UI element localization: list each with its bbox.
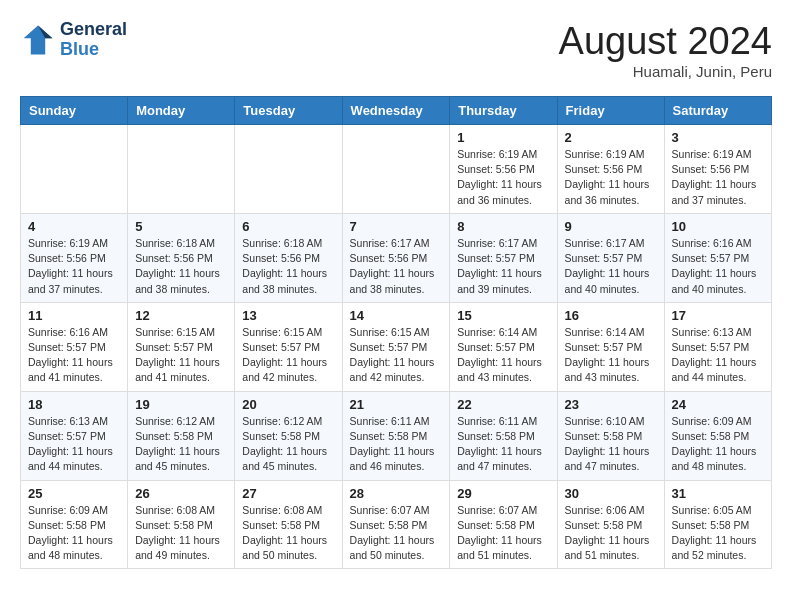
- page-header: General Blue August 2024 Huamali, Junin,…: [20, 20, 772, 80]
- day-number: 5: [135, 219, 227, 234]
- day-info: Sunrise: 6:16 AM Sunset: 5:57 PM Dayligh…: [672, 236, 764, 297]
- logo-text: General Blue: [60, 20, 127, 60]
- day-number: 28: [350, 486, 443, 501]
- day-cell: [235, 125, 342, 214]
- day-info: Sunrise: 6:18 AM Sunset: 5:56 PM Dayligh…: [135, 236, 227, 297]
- week-row-3: 11Sunrise: 6:16 AM Sunset: 5:57 PM Dayli…: [21, 302, 772, 391]
- day-info: Sunrise: 6:07 AM Sunset: 5:58 PM Dayligh…: [457, 503, 549, 564]
- day-number: 4: [28, 219, 120, 234]
- day-cell: 14Sunrise: 6:15 AM Sunset: 5:57 PM Dayli…: [342, 302, 450, 391]
- logo: General Blue: [20, 20, 127, 60]
- day-info: Sunrise: 6:10 AM Sunset: 5:58 PM Dayligh…: [565, 414, 657, 475]
- calendar-table: SundayMondayTuesdayWednesdayThursdayFrid…: [20, 96, 772, 569]
- day-number: 12: [135, 308, 227, 323]
- day-info: Sunrise: 6:16 AM Sunset: 5:57 PM Dayligh…: [28, 325, 120, 386]
- day-info: Sunrise: 6:06 AM Sunset: 5:58 PM Dayligh…: [565, 503, 657, 564]
- day-number: 20: [242, 397, 334, 412]
- weekday-header-row: SundayMondayTuesdayWednesdayThursdayFrid…: [21, 97, 772, 125]
- day-info: Sunrise: 6:05 AM Sunset: 5:58 PM Dayligh…: [672, 503, 764, 564]
- day-cell: 20Sunrise: 6:12 AM Sunset: 5:58 PM Dayli…: [235, 391, 342, 480]
- day-number: 6: [242, 219, 334, 234]
- weekday-header-sunday: Sunday: [21, 97, 128, 125]
- month-title: August 2024: [559, 20, 772, 63]
- day-number: 29: [457, 486, 549, 501]
- day-cell: 22Sunrise: 6:11 AM Sunset: 5:58 PM Dayli…: [450, 391, 557, 480]
- day-cell: 2Sunrise: 6:19 AM Sunset: 5:56 PM Daylig…: [557, 125, 664, 214]
- day-number: 14: [350, 308, 443, 323]
- day-info: Sunrise: 6:11 AM Sunset: 5:58 PM Dayligh…: [350, 414, 443, 475]
- day-cell: 16Sunrise: 6:14 AM Sunset: 5:57 PM Dayli…: [557, 302, 664, 391]
- day-cell: 21Sunrise: 6:11 AM Sunset: 5:58 PM Dayli…: [342, 391, 450, 480]
- weekday-header-saturday: Saturday: [664, 97, 771, 125]
- day-number: 7: [350, 219, 443, 234]
- day-cell: 23Sunrise: 6:10 AM Sunset: 5:58 PM Dayli…: [557, 391, 664, 480]
- day-info: Sunrise: 6:14 AM Sunset: 5:57 PM Dayligh…: [565, 325, 657, 386]
- day-cell: 18Sunrise: 6:13 AM Sunset: 5:57 PM Dayli…: [21, 391, 128, 480]
- day-cell: 30Sunrise: 6:06 AM Sunset: 5:58 PM Dayli…: [557, 480, 664, 569]
- day-info: Sunrise: 6:17 AM Sunset: 5:57 PM Dayligh…: [565, 236, 657, 297]
- weekday-header-friday: Friday: [557, 97, 664, 125]
- day-cell: 6Sunrise: 6:18 AM Sunset: 5:56 PM Daylig…: [235, 213, 342, 302]
- day-cell: 15Sunrise: 6:14 AM Sunset: 5:57 PM Dayli…: [450, 302, 557, 391]
- day-cell: 8Sunrise: 6:17 AM Sunset: 5:57 PM Daylig…: [450, 213, 557, 302]
- day-cell: 10Sunrise: 6:16 AM Sunset: 5:57 PM Dayli…: [664, 213, 771, 302]
- day-info: Sunrise: 6:19 AM Sunset: 5:56 PM Dayligh…: [28, 236, 120, 297]
- day-info: Sunrise: 6:12 AM Sunset: 5:58 PM Dayligh…: [242, 414, 334, 475]
- day-number: 26: [135, 486, 227, 501]
- day-number: 16: [565, 308, 657, 323]
- day-number: 23: [565, 397, 657, 412]
- day-cell: 29Sunrise: 6:07 AM Sunset: 5:58 PM Dayli…: [450, 480, 557, 569]
- day-number: 9: [565, 219, 657, 234]
- day-cell: [342, 125, 450, 214]
- day-cell: 4Sunrise: 6:19 AM Sunset: 5:56 PM Daylig…: [21, 213, 128, 302]
- location-subtitle: Huamali, Junin, Peru: [559, 63, 772, 80]
- week-row-4: 18Sunrise: 6:13 AM Sunset: 5:57 PM Dayli…: [21, 391, 772, 480]
- day-info: Sunrise: 6:15 AM Sunset: 5:57 PM Dayligh…: [350, 325, 443, 386]
- day-info: Sunrise: 6:13 AM Sunset: 5:57 PM Dayligh…: [672, 325, 764, 386]
- day-number: 27: [242, 486, 334, 501]
- day-number: 15: [457, 308, 549, 323]
- day-info: Sunrise: 6:19 AM Sunset: 5:56 PM Dayligh…: [672, 147, 764, 208]
- day-info: Sunrise: 6:09 AM Sunset: 5:58 PM Dayligh…: [672, 414, 764, 475]
- day-info: Sunrise: 6:08 AM Sunset: 5:58 PM Dayligh…: [242, 503, 334, 564]
- weekday-header-monday: Monday: [128, 97, 235, 125]
- day-number: 11: [28, 308, 120, 323]
- day-cell: 28Sunrise: 6:07 AM Sunset: 5:58 PM Dayli…: [342, 480, 450, 569]
- day-cell: 9Sunrise: 6:17 AM Sunset: 5:57 PM Daylig…: [557, 213, 664, 302]
- day-cell: 3Sunrise: 6:19 AM Sunset: 5:56 PM Daylig…: [664, 125, 771, 214]
- day-cell: 25Sunrise: 6:09 AM Sunset: 5:58 PM Dayli…: [21, 480, 128, 569]
- day-cell: 19Sunrise: 6:12 AM Sunset: 5:58 PM Dayli…: [128, 391, 235, 480]
- day-cell: [21, 125, 128, 214]
- day-info: Sunrise: 6:11 AM Sunset: 5:58 PM Dayligh…: [457, 414, 549, 475]
- day-number: 24: [672, 397, 764, 412]
- week-row-1: 1Sunrise: 6:19 AM Sunset: 5:56 PM Daylig…: [21, 125, 772, 214]
- weekday-header-wednesday: Wednesday: [342, 97, 450, 125]
- day-cell: 27Sunrise: 6:08 AM Sunset: 5:58 PM Dayli…: [235, 480, 342, 569]
- day-info: Sunrise: 6:19 AM Sunset: 5:56 PM Dayligh…: [457, 147, 549, 208]
- day-info: Sunrise: 6:08 AM Sunset: 5:58 PM Dayligh…: [135, 503, 227, 564]
- day-number: 21: [350, 397, 443, 412]
- day-number: 17: [672, 308, 764, 323]
- logo-icon: [20, 22, 56, 58]
- day-number: 30: [565, 486, 657, 501]
- day-cell: 12Sunrise: 6:15 AM Sunset: 5:57 PM Dayli…: [128, 302, 235, 391]
- day-number: 19: [135, 397, 227, 412]
- day-info: Sunrise: 6:15 AM Sunset: 5:57 PM Dayligh…: [242, 325, 334, 386]
- day-number: 10: [672, 219, 764, 234]
- day-cell: 11Sunrise: 6:16 AM Sunset: 5:57 PM Dayli…: [21, 302, 128, 391]
- day-info: Sunrise: 6:09 AM Sunset: 5:58 PM Dayligh…: [28, 503, 120, 564]
- day-info: Sunrise: 6:19 AM Sunset: 5:56 PM Dayligh…: [565, 147, 657, 208]
- week-row-5: 25Sunrise: 6:09 AM Sunset: 5:58 PM Dayli…: [21, 480, 772, 569]
- day-info: Sunrise: 6:12 AM Sunset: 5:58 PM Dayligh…: [135, 414, 227, 475]
- title-block: August 2024 Huamali, Junin, Peru: [559, 20, 772, 80]
- svg-marker-0: [24, 25, 53, 54]
- day-number: 13: [242, 308, 334, 323]
- weekday-header-thursday: Thursday: [450, 97, 557, 125]
- weekday-header-tuesday: Tuesday: [235, 97, 342, 125]
- day-number: 3: [672, 130, 764, 145]
- day-cell: 13Sunrise: 6:15 AM Sunset: 5:57 PM Dayli…: [235, 302, 342, 391]
- day-cell: 24Sunrise: 6:09 AM Sunset: 5:58 PM Dayli…: [664, 391, 771, 480]
- day-cell: 31Sunrise: 6:05 AM Sunset: 5:58 PM Dayli…: [664, 480, 771, 569]
- day-cell: [128, 125, 235, 214]
- day-number: 25: [28, 486, 120, 501]
